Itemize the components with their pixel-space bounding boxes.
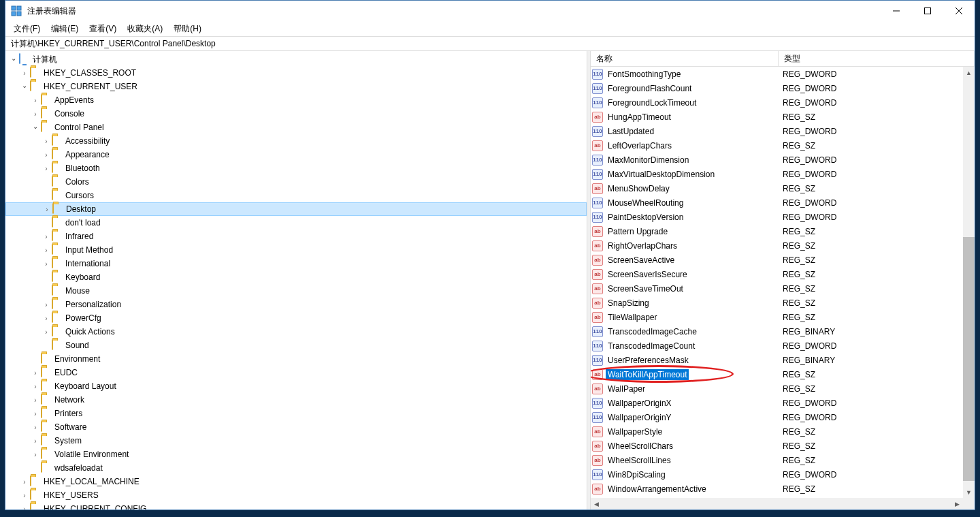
column-header-name[interactable]: 名称 [591, 51, 779, 66]
titlebar[interactable]: 注册表编辑器 [5, 1, 975, 21]
tree-node[interactable]: ›Volatile Environment [5, 448, 587, 461]
maximize-button[interactable] [912, 1, 943, 21]
registry-value-row[interactable]: 110ForegroundLockTimeoutREG_DWORD [591, 95, 975, 110]
close-button[interactable] [943, 1, 975, 21]
hscroll-right-icon[interactable]: ▶ [951, 498, 963, 510]
registry-value-row[interactable]: 110WallpaperOriginXREG_DWORD [591, 396, 975, 410]
column-header-type[interactable]: 类型 [779, 51, 975, 66]
registry-value-row[interactable]: 110TranscodedImageCountREG_DWORD [591, 339, 975, 353]
chevron-right-icon[interactable]: › [41, 233, 52, 240]
tree-node[interactable]: ›Personalization [5, 298, 587, 311]
tree-node[interactable]: ›System [5, 434, 587, 448]
chevron-right-icon[interactable]: › [30, 410, 41, 418]
chevron-right-icon[interactable]: › [19, 69, 30, 77]
tree-node[interactable]: ›Software [5, 420, 587, 434]
registry-value-row[interactable]: abWindowArrangementActiveREG_SZ [591, 482, 975, 496]
tree-node[interactable]: ⌄Control Panel [5, 121, 587, 134]
chevron-down-icon[interactable]: ⌄ [8, 54, 19, 62]
chevron-right-icon[interactable]: › [41, 247, 52, 254]
registry-value-row[interactable]: abMenuShowDelayREG_SZ [591, 181, 975, 195]
tree-node[interactable]: Sound [5, 339, 587, 352]
menu-edit[interactable]: 编辑(E) [46, 22, 84, 36]
tree-node[interactable]: Cursors [5, 189, 587, 202]
tree-node[interactable]: ›Appearance [5, 148, 587, 161]
tree-node[interactable]: ›Bluetooth [5, 161, 587, 175]
hscroll-left-icon[interactable]: ◀ [591, 498, 602, 510]
chevron-right-icon[interactable]: › [41, 301, 52, 309]
chevron-right-icon[interactable]: › [19, 478, 30, 486]
tree-node[interactable]: wdsafeloadat [5, 461, 587, 475]
tree-node[interactable]: Keyboard [5, 270, 587, 284]
chevron-right-icon[interactable]: › [30, 110, 41, 118]
tree-node[interactable]: ›EUDC [5, 366, 587, 379]
tree-node[interactable]: Mouse [5, 284, 587, 298]
menu-view[interactable]: 查看(V) [84, 22, 122, 36]
registry-value-row[interactable]: abScreenSaverIsSecureREG_SZ [591, 267, 975, 281]
registry-value-row[interactable]: 110MaxMonitorDimensionREG_DWORD [591, 153, 975, 167]
registry-value-row[interactable]: abScreenSaveTimeOutREG_SZ [591, 281, 975, 296]
registry-value-row[interactable]: abWallpaperStyleREG_SZ [591, 424, 975, 439]
registry-value-row[interactable]: abWheelScrollLinesREG_SZ [591, 453, 975, 467]
tree-node[interactable]: ›Printers [5, 407, 587, 420]
tree-node[interactable]: ›Network [5, 393, 587, 407]
tree-node[interactable]: ›AppEvents [5, 93, 587, 107]
minimize-button[interactable] [881, 1, 912, 21]
registry-value-row[interactable]: 110FontSmoothingTypeREG_DWORD [591, 67, 975, 81]
registry-value-row[interactable]: abRightOverlapCharsREG_SZ [591, 238, 975, 253]
menu-file[interactable]: 文件(F) [8, 22, 46, 36]
tree-node[interactable]: ›Accessibility [5, 134, 587, 148]
vscroll-thumb[interactable] [963, 237, 975, 481]
menu-help[interactable]: 帮助(H) [168, 22, 207, 36]
tree-node[interactable]: ›Desktop [5, 202, 587, 216]
chevron-right-icon[interactable]: › [41, 260, 52, 268]
chevron-right-icon[interactable]: › [30, 424, 41, 431]
tree-node[interactable]: Environment [5, 352, 587, 366]
chevron-right-icon[interactable]: › [30, 97, 41, 104]
list-body[interactable]: 110FontSmoothingTypeREG_DWORD110Foregrou… [591, 67, 975, 498]
chevron-right-icon[interactable]: › [30, 437, 41, 445]
tree-node[interactable]: ›HKEY_LOCAL_MACHINE [5, 475, 587, 488]
tree-pane[interactable]: ⌄计算机›HKEY_CLASSES_ROOT⌄HKEY_CURRENT_USER… [5, 51, 587, 510]
registry-value-row[interactable]: abHungAppTimeoutREG_SZ [591, 110, 975, 124]
chevron-right-icon[interactable]: › [30, 451, 41, 458]
chevron-right-icon[interactable]: › [19, 505, 30, 510]
menu-favorites[interactable]: 收藏夹(A) [122, 22, 168, 36]
tree-node[interactable]: ›Quick Actions [5, 325, 587, 339]
tree-node[interactable]: ›Infrared [5, 230, 587, 243]
chevron-right-icon[interactable]: › [30, 383, 41, 390]
registry-value-row[interactable]: 110LastUpdatedREG_DWORD [591, 124, 975, 138]
hscroll-track[interactable]: ◀ ▶ [591, 498, 975, 510]
tree-node[interactable]: ›Keyboard Layout [5, 379, 587, 393]
chevron-right-icon[interactable]: › [41, 151, 52, 159]
registry-value-row[interactable]: 110ForegroundFlashCountREG_DWORD [591, 81, 975, 95]
tree-node[interactable]: ⌄HKEY_CURRENT_USER [5, 80, 587, 93]
tree-node[interactable]: don't load [5, 216, 587, 230]
chevron-right-icon[interactable]: › [41, 138, 52, 145]
tree-node[interactable]: Colors [5, 175, 587, 189]
tree-node[interactable]: ›Console [5, 107, 587, 121]
registry-value-row[interactable]: abWallPaperREG_SZ [591, 381, 975, 396]
registry-value-row[interactable]: abTileWallpaperREG_SZ [591, 310, 975, 324]
tree-node[interactable]: ›Input Method [5, 243, 587, 257]
chevron-right-icon[interactable]: › [42, 206, 52, 213]
address-bar[interactable]: 计算机\HKEY_CURRENT_USER\Control Panel\Desk… [5, 36, 975, 51]
tree-node[interactable]: ›HKEY_CURRENT_CONFIG [5, 502, 587, 510]
tree-node[interactable]: ›International [5, 257, 587, 270]
registry-value-row[interactable]: 110Win8DpiScalingREG_DWORD [591, 467, 975, 482]
registry-value-row[interactable]: 110WallpaperOriginYREG_DWORD [591, 410, 975, 424]
registry-value-row[interactable]: abPattern UpgradeREG_SZ [591, 224, 975, 238]
registry-value-row[interactable]: abWheelScrollCharsREG_SZ [591, 439, 975, 453]
chevron-right-icon[interactable]: › [30, 369, 41, 377]
registry-value-row[interactable]: 110MouseWheelRoutingREG_DWORD [591, 195, 975, 210]
registry-value-row[interactable]: abWaitToKillAppTimeoutREG_SZ [591, 367, 975, 381]
registry-value-row[interactable]: 110TranscodedImageCacheREG_BINARY [591, 324, 975, 339]
chevron-right-icon[interactable]: › [41, 165, 52, 172]
chevron-right-icon[interactable]: › [41, 328, 52, 336]
registry-value-row[interactable]: 110PaintDesktopVersionREG_DWORD [591, 210, 975, 224]
chevron-right-icon[interactable]: › [41, 315, 52, 322]
registry-value-row[interactable]: abLeftOverlapCharsREG_SZ [591, 138, 975, 153]
tree-node[interactable]: ›HKEY_CLASSES_ROOT [5, 66, 587, 80]
vscroll-up-icon[interactable]: ▲ [963, 67, 975, 78]
tree-node[interactable]: ⌄计算机 [5, 52, 587, 66]
tree-node[interactable]: ›PowerCfg [5, 311, 587, 325]
